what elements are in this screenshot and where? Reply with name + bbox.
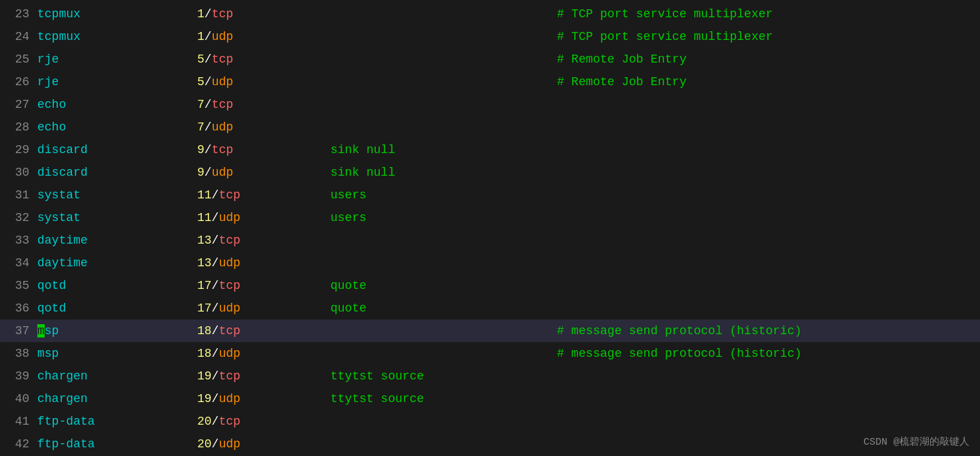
port-protocol: 18/tcp [197,324,330,338]
port-protocol: 9/tcp [197,143,330,156]
line-number: 24 [5,30,29,43]
port-protocol: 18/udp [197,347,330,360]
table-row: 38msp18/udp# message send protocol (hist… [0,342,980,365]
alias: users [330,211,557,224]
port-protocol: 11/tcp [197,188,330,202]
table-row: 27echo7/tcp [0,93,980,116]
table-row: 33daytime13/tcp [0,229,980,252]
alias: users [330,188,557,202]
table-row: 24tcpmux1/udp# TCP port service multiple… [0,25,980,48]
table-row: 31systat11/tcpusers [0,184,980,206]
line-number: 32 [5,211,29,224]
service-name: rje [37,75,197,89]
line-number: 26 [5,75,29,89]
service-name: chargen [37,392,197,405]
line-number: 37 [5,324,29,338]
service-name: ftp-data [37,415,197,428]
alias: sink null [330,166,557,179]
service-name: systat [37,188,197,202]
alias: ttytst source [330,369,557,383]
service-name: echo [37,98,197,111]
table-row: 39chargen19/tcpttytst source [0,365,980,387]
line-number: 27 [5,98,29,111]
line-number: 31 [5,188,29,202]
line-number: 30 [5,166,29,179]
line-number: 25 [5,53,29,66]
line-number: 23 [5,7,29,21]
service-name: qotd [37,302,197,315]
comment: # TCP port service multiplexer [557,7,773,21]
table-row: 23tcpmux1/tcp# TCP port service multiple… [0,3,980,25]
port-protocol: 5/tcp [197,53,330,66]
port-protocol: 7/tcp [197,98,330,111]
table-row: 34daytime13/udp [0,252,980,274]
service-name: msp [37,347,197,360]
port-protocol: 1/udp [197,30,330,43]
port-protocol: 5/udp [197,75,330,89]
table-row: 32systat11/udpusers [0,206,980,229]
line-number: 42 [5,437,29,451]
port-protocol: 17/tcp [197,279,330,292]
table-row: 36qotd17/udpquote [0,297,980,320]
table-row: 25rje5/tcp# Remote Job Entry [0,48,980,71]
port-protocol: 20/tcp [197,415,330,428]
alias: ttytst source [330,392,557,405]
port-protocol: 13/udp [197,256,330,270]
port-protocol: 19/tcp [197,369,330,383]
table-row: 29discard9/tcpsink null [0,138,980,161]
table-row: 37msp18/tcp# message send protocol (hist… [0,320,980,342]
comment: # message send protocol (historic) [557,347,801,360]
alias: quote [330,302,557,315]
service-name: daytime [37,256,197,270]
table-row: 40chargen19/udpttytst source [0,387,980,410]
watermark: CSDN @梳碧湖的敲键人 [863,435,969,448]
service-name: discard [37,143,197,156]
port-protocol: 11/udp [197,211,330,224]
table-row: 30discard9/udpsink null [0,161,980,184]
line-number: 29 [5,143,29,156]
alias: quote [330,279,557,292]
service-name: echo [37,120,197,134]
service-name: chargen [37,369,197,383]
line-number: 41 [5,415,29,428]
comment: # TCP port service multiplexer [557,30,773,43]
service-name: tcpmux [37,30,197,43]
line-number: 39 [5,369,29,383]
table-row: 26rje5/udp# Remote Job Entry [0,71,980,93]
port-protocol: 20/udp [197,437,330,451]
port-protocol: 1/tcp [197,7,330,21]
line-number: 40 [5,392,29,405]
line-number: 36 [5,302,29,315]
code-editor: 23tcpmux1/tcp# TCP port service multiple… [0,0,980,456]
service-name: rje [37,53,197,66]
service-name: tcpmux [37,7,197,21]
comment: # Remote Job Entry [557,53,686,66]
table-row: 41ftp-data20/tcp [0,410,980,433]
service-name: systat [37,211,197,224]
port-protocol: 9/udp [197,166,330,179]
table-row: 28echo7/udp [0,116,980,138]
line-number: 33 [5,234,29,247]
comment: # Remote Job Entry [557,75,686,89]
service-name: msp [37,324,197,338]
comment: # message send protocol (historic) [557,324,801,338]
table-row: 42ftp-data20/udp [0,433,980,455]
service-name: discard [37,166,197,179]
port-protocol: 13/tcp [197,234,330,247]
line-number: 34 [5,256,29,270]
line-number: 28 [5,120,29,134]
service-name: ftp-data [37,437,197,451]
port-protocol: 17/udp [197,302,330,315]
line-number: 38 [5,347,29,360]
port-protocol: 19/udp [197,392,330,405]
line-number: 35 [5,279,29,292]
port-protocol: 7/udp [197,120,330,134]
service-name: qotd [37,279,197,292]
alias: sink null [330,143,557,156]
table-row: 35qotd17/tcpquote [0,274,980,297]
service-name: daytime [37,234,197,247]
